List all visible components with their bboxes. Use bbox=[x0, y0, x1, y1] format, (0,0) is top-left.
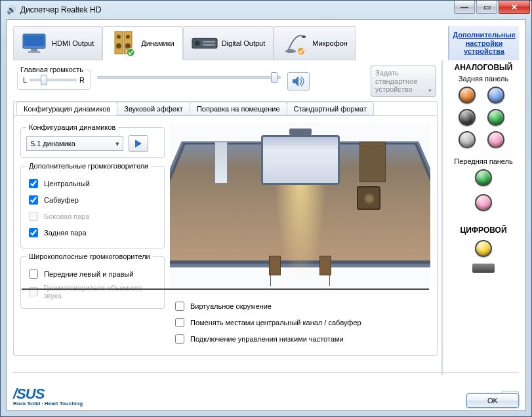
svg-point-15 bbox=[302, 35, 306, 38]
tab-speakers-label: Динамики bbox=[141, 39, 174, 47]
jack-front-pink[interactable] bbox=[475, 194, 492, 211]
room-front-right bbox=[359, 142, 386, 182]
client-area: HDMI Output Динамики Digital Output Микр… bbox=[6, 19, 526, 411]
titlebar[interactable]: 🔊 Диспетчер Realtek HD — ▭ ✕ bbox=[1, 1, 531, 19]
tab-digital-label: Digital Output bbox=[222, 39, 266, 47]
set-default-device-dropdown[interactable]: Задать стандартное устройство bbox=[371, 66, 436, 97]
tab-mic-label: Микрофон bbox=[312, 39, 348, 47]
svg-point-16 bbox=[285, 49, 296, 53]
tab-digital-output[interactable]: Digital Output bbox=[183, 26, 274, 60]
jack-back-orange[interactable] bbox=[459, 87, 476, 104]
fullrange-legend: Широкополосные громкоговорители bbox=[26, 252, 153, 260]
checkbox-bass-management[interactable]: Подключение управления низкими частотами bbox=[173, 332, 430, 346]
jack-back-pink[interactable] bbox=[487, 131, 504, 148]
room-rear-right bbox=[319, 256, 331, 275]
device-tabs: HDMI Output Динамики Digital Output Микр… bbox=[13, 26, 519, 60]
digital-connector-icon bbox=[472, 264, 495, 273]
room-tv bbox=[261, 135, 340, 185]
speaker-config-group: Конфигурация динамиков 5.1 динамика bbox=[20, 123, 165, 158]
checkbox-front-lr[interactable]: Передние левый и правый bbox=[26, 268, 159, 281]
receiver-icon bbox=[192, 31, 218, 55]
vendor-tagline: Rock Solid · Heart Touching bbox=[13, 401, 83, 407]
jack-back-grey[interactable] bbox=[459, 131, 476, 148]
microphone-icon bbox=[282, 31, 308, 55]
footer: /SUS Rock Solid · Heart Touching i OK bbox=[13, 376, 519, 407]
subtab-sound-effect[interactable]: Звуковой эффект bbox=[117, 102, 190, 115]
main-volume-legend: Главная громкость bbox=[18, 66, 86, 73]
svg-point-17 bbox=[297, 47, 305, 55]
jack-back-green[interactable] bbox=[487, 109, 504, 126]
device-advanced-link-box: Дополнительные настройки устройства bbox=[448, 26, 519, 60]
test-play-button[interactable] bbox=[129, 135, 148, 152]
jack-digital-coax[interactable] bbox=[475, 240, 492, 257]
svg-point-5 bbox=[117, 35, 121, 39]
checkbox-rear-pair[interactable]: Задняя пара bbox=[26, 226, 159, 239]
optional-speakers-group: Дополнительные громкоговорители Централь… bbox=[20, 162, 165, 248]
main-volume-group: Главная громкость L R bbox=[17, 66, 91, 90]
checkbox-surround: Громкоговорители объемного звука bbox=[26, 284, 159, 300]
svg-rect-1 bbox=[24, 35, 44, 46]
analog-title: АНАЛОГОВЫЙ bbox=[448, 63, 519, 72]
fullrange-speakers-group: Широкополосные громкоговорители Передние… bbox=[20, 252, 165, 309]
speakers-icon bbox=[111, 31, 137, 55]
checkbox-virtual-surround[interactable]: Виртуальное окружение bbox=[173, 300, 430, 313]
speaker-layout-illustration[interactable] bbox=[170, 123, 430, 294]
svg-point-8 bbox=[126, 35, 130, 39]
svg-rect-3 bbox=[28, 51, 40, 53]
maximize-button[interactable]: ▭ bbox=[476, 1, 497, 14]
device-advanced-link[interactable]: Дополнительные настройки устройства bbox=[452, 31, 516, 56]
room-center-speaker bbox=[289, 129, 312, 135]
room-front-left bbox=[215, 142, 228, 184]
svg-rect-2 bbox=[31, 49, 37, 51]
app-icon: 🔊 bbox=[6, 5, 16, 15]
connector-panel: АНАЛОГОВЫЙ Задняя панель Передняя панель… bbox=[441, 60, 519, 375]
volume-slider[interactable] bbox=[97, 76, 281, 79]
digital-title: ЦИФРОВОЙ bbox=[448, 226, 519, 235]
speaker-config-select[interactable]: 5.1 динамика bbox=[26, 136, 123, 151]
checkbox-swap-center-sub[interactable]: Поменять местами центральный канал / саб… bbox=[173, 316, 430, 329]
optional-speakers-legend: Дополнительные громкоговорители bbox=[26, 162, 151, 170]
speaker-config-legend: Конфигурация динамиков bbox=[26, 123, 118, 131]
checkbox-subwoofer[interactable]: Сабвуфер bbox=[26, 193, 159, 207]
svg-point-12 bbox=[194, 41, 199, 46]
tab-hdmi-output[interactable]: HDMI Output bbox=[13, 26, 102, 60]
monitor-icon bbox=[22, 31, 48, 55]
subtab-default-format[interactable]: Стандартный формат bbox=[287, 102, 374, 115]
room-subwoofer bbox=[357, 186, 380, 210]
svg-point-6 bbox=[116, 43, 121, 49]
balance-slider[interactable] bbox=[30, 79, 77, 81]
vendor-logo: /SUS bbox=[13, 387, 83, 401]
room-rear-left bbox=[269, 256, 281, 275]
svg-rect-14 bbox=[203, 44, 215, 46]
front-panel-label: Передняя панель bbox=[448, 157, 519, 165]
minimize-button[interactable]: — bbox=[454, 1, 475, 14]
back-panel-label: Задняя панель bbox=[448, 75, 519, 83]
balance-right-label: R bbox=[79, 76, 85, 84]
close-button[interactable]: ✕ bbox=[499, 1, 530, 14]
svg-point-10 bbox=[127, 49, 134, 56]
balance-left-label: L bbox=[23, 76, 27, 84]
tab-hdmi-label: HDMI Output bbox=[52, 39, 94, 47]
subtab-room-correction[interactable]: Поправка на помещение bbox=[190, 102, 287, 115]
tab-speakers[interactable]: Динамики bbox=[102, 26, 182, 60]
tab-microphone[interactable]: Микрофон bbox=[274, 26, 356, 60]
ok-button[interactable]: OK bbox=[466, 393, 519, 408]
app-window: 🔊 Диспетчер Realtek HD — ▭ ✕ HDMI Output… bbox=[0, 0, 532, 417]
checkbox-side-pair: Боковая пара bbox=[26, 210, 159, 223]
checkbox-center[interactable]: Центральный bbox=[26, 177, 159, 190]
jack-back-black[interactable] bbox=[459, 109, 476, 126]
mute-button[interactable] bbox=[287, 72, 310, 90]
config-panel: Конфигурация динамиков Звуковой эффект П… bbox=[13, 101, 438, 356]
jack-back-blue[interactable] bbox=[487, 87, 504, 104]
svg-point-9 bbox=[125, 43, 131, 49]
svg-rect-13 bbox=[203, 41, 215, 43]
subtab-speaker-config[interactable]: Конфигурация динамиков bbox=[16, 102, 117, 115]
jack-front-green[interactable] bbox=[475, 169, 492, 186]
